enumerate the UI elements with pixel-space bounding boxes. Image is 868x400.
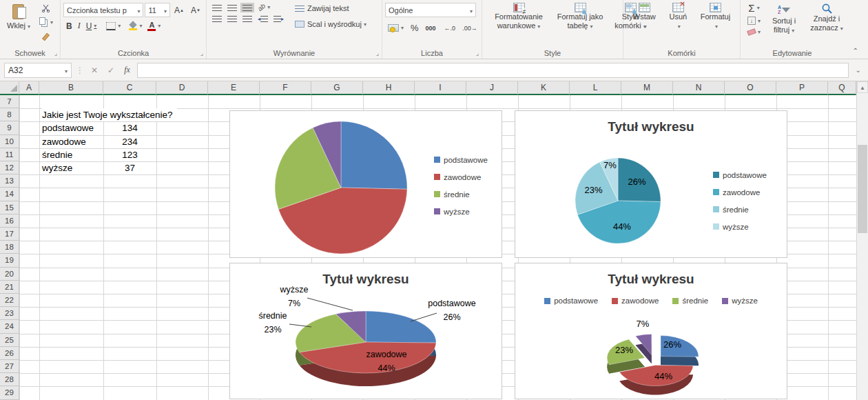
underline-button[interactable]: U xyxy=(84,20,99,32)
legend-item[interactable]: podstawowe xyxy=(713,166,767,183)
pie-chart-monochrome[interactable]: 26%44%23%7%Tytuł wykresupodstawowezawodo… xyxy=(515,110,787,258)
row-header-20[interactable]: 20 xyxy=(0,268,19,281)
copy-button[interactable] xyxy=(37,15,55,29)
column-header-A[interactable]: A xyxy=(19,81,39,95)
bold-button[interactable]: B xyxy=(64,20,74,32)
row-header-7[interactable]: 7 xyxy=(0,95,19,108)
formula-input[interactable] xyxy=(137,63,849,78)
italic-button[interactable]: I xyxy=(76,19,83,32)
legend-item[interactable]: średnie xyxy=(713,201,767,218)
row-header-25[interactable]: 25 xyxy=(0,334,19,347)
cell-label-średnie[interactable]: średnie xyxy=(42,148,72,161)
format-as-table-button[interactable]: Formatuj jako tabelę xyxy=(552,1,608,32)
orientation-button[interactable]: ab xyxy=(256,2,272,12)
cell-label-wyższe[interactable]: wyższe xyxy=(42,161,72,174)
row-header-14[interactable]: 14 xyxy=(0,188,19,201)
align-middle-button[interactable] xyxy=(225,3,239,12)
row-header-18[interactable]: 18 xyxy=(0,241,19,254)
find-select-button[interactable]: Znajdź i zaznacz xyxy=(805,1,849,37)
row-header-12[interactable]: 12 xyxy=(0,161,19,174)
cell-label-zawodowe[interactable]: zawodowe xyxy=(42,135,86,148)
row-header-8[interactable]: 8 xyxy=(0,108,19,121)
legend-item[interactable]: średnie xyxy=(434,186,488,203)
conditional-formatting-button[interactable]: Formatowanie warunkowe xyxy=(485,1,552,32)
column-header-I[interactable]: I xyxy=(415,81,466,95)
cell-value-zawodowe[interactable]: 234 xyxy=(103,135,156,148)
autosum-button[interactable]: Σ xyxy=(745,2,763,14)
borders-button[interactable] xyxy=(104,21,123,32)
insert-function-button[interactable]: fx xyxy=(121,65,133,75)
column-header-H[interactable]: H xyxy=(363,81,415,95)
align-top-button[interactable] xyxy=(210,3,224,12)
select-all-corner[interactable] xyxy=(0,81,19,95)
row-header-19[interactable]: 19 xyxy=(0,254,19,267)
shrink-font-button[interactable]: A▼ xyxy=(189,3,203,17)
cell-value-średnie[interactable]: 123 xyxy=(103,148,156,161)
cell-value-podstawowe[interactable]: 134 xyxy=(103,121,156,134)
cell-b8-question[interactable]: Jakie jest Twoje wykształcenie? xyxy=(42,108,177,121)
vertical-scrollbar[interactable]: ▲ xyxy=(856,81,868,400)
cell-value-wyższe[interactable]: 37 xyxy=(103,161,156,174)
number-format-select[interactable]: Ogólne xyxy=(385,3,476,17)
fill-color-button[interactable] xyxy=(127,20,144,32)
column-header-P[interactable]: P xyxy=(776,81,828,95)
collapse-ribbon-icon[interactable]: ⌃ xyxy=(853,47,858,54)
expand-formula-bar-icon[interactable]: ⌄ xyxy=(853,66,864,74)
align-center-button[interactable] xyxy=(225,14,239,23)
legend-item[interactable]: podstawowe xyxy=(544,297,598,305)
accounting-format-button[interactable] xyxy=(386,23,406,33)
enter-formula-button[interactable]: ✓ xyxy=(105,66,117,75)
column-header-Q[interactable]: Q xyxy=(828,81,856,95)
column-header-D[interactable]: D xyxy=(156,81,208,95)
fill-button[interactable]: ↓ xyxy=(745,15,763,26)
column-header-F[interactable]: F xyxy=(260,81,311,95)
scroll-up-icon[interactable]: ▲ xyxy=(857,81,868,93)
legend-item[interactable]: zawodowe xyxy=(612,297,659,305)
worksheet-grid[interactable]: podstawowezawodoweśredniewyższe 26%44%23… xyxy=(0,81,868,400)
number-dialog-launcher-icon[interactable]: ⌟ xyxy=(476,50,479,57)
clipboard-dialog-launcher-icon[interactable]: ⌟ xyxy=(54,50,57,57)
cell-label-podstawowe[interactable]: podstawowe xyxy=(42,121,94,134)
font-dialog-launcher-icon[interactable]: ⌟ xyxy=(200,50,203,57)
row-header-15[interactable]: 15 xyxy=(0,201,19,214)
column-header-O[interactable]: O xyxy=(725,81,776,95)
name-box[interactable]: A32 xyxy=(4,63,72,78)
column-header-G[interactable]: G xyxy=(311,81,363,95)
row-header-27[interactable]: 27 xyxy=(0,360,19,373)
legend-item[interactable]: wyższe xyxy=(713,218,767,235)
legend-item[interactable]: wyższe xyxy=(722,297,758,305)
align-left-button[interactable] xyxy=(210,14,224,23)
delete-cells-button[interactable]: Usuń xyxy=(665,1,691,31)
column-header-M[interactable]: M xyxy=(621,81,673,95)
legend-item[interactable]: zawodowe xyxy=(434,168,488,186)
row-header-10[interactable]: 10 xyxy=(0,135,19,148)
percent-style-button[interactable]: % xyxy=(409,21,421,34)
grow-font-button[interactable]: A▲ xyxy=(172,3,186,17)
pie-chart-plain[interactable]: podstawowezawodoweśredniewyższe xyxy=(229,110,502,258)
increase-indent-button[interactable]: ▸ xyxy=(271,14,286,23)
alignment-dialog-launcher-icon[interactable]: ⌟ xyxy=(376,50,379,57)
row-header-29[interactable]: 29 xyxy=(0,386,19,399)
format-painter-button[interactable] xyxy=(37,30,55,43)
align-right-button[interactable] xyxy=(240,14,254,23)
row-header-9[interactable]: 9 xyxy=(0,121,19,134)
row-header-23[interactable]: 23 xyxy=(0,307,19,320)
scrollbar-thumb[interactable] xyxy=(858,145,867,233)
column-header-N[interactable]: N xyxy=(673,81,725,95)
row-header-24[interactable]: 24 xyxy=(0,320,19,333)
font-color-button[interactable]: A xyxy=(145,20,163,32)
column-header-E[interactable]: E xyxy=(208,81,260,95)
decrease-indent-button[interactable]: ◂ xyxy=(256,14,270,23)
comma-style-button[interactable]: 000 xyxy=(424,23,438,33)
decrease-decimal-button[interactable]: .00→ xyxy=(460,23,479,33)
paste-button[interactable]: Wklej xyxy=(3,1,34,31)
column-header-C[interactable]: C xyxy=(103,81,156,95)
legend-item[interactable]: wyższe xyxy=(434,203,488,220)
row-header-28[interactable]: 28 xyxy=(0,373,19,386)
cancel-formula-button[interactable]: ✕ xyxy=(88,66,101,75)
wrap-text-button[interactable]: Zawijaj tekst xyxy=(293,3,351,14)
column-header-L[interactable]: L xyxy=(570,81,621,95)
pie-chart-3d-exploded[interactable]: 26%44%23%7%Tytuł wykresupodstawowezawodo… xyxy=(515,263,787,399)
insert-cells-button[interactable]: Wstaw xyxy=(629,1,660,31)
sort-filter-button[interactable]: AZ Sortuj i filtruj xyxy=(763,1,805,37)
